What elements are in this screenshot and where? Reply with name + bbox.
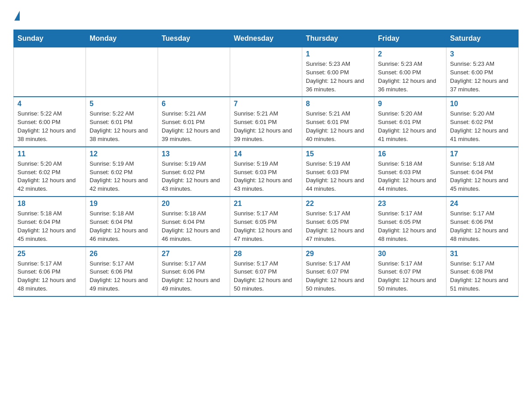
- day-number: 2: [378, 50, 442, 58]
- day-number: 20: [162, 200, 226, 208]
- day-info: Sunrise: 5:18 AM Sunset: 6:03 PM Dayligh…: [378, 160, 442, 193]
- header-monday: Monday: [86, 30, 158, 47]
- calendar-cell: 22Sunrise: 5:17 AM Sunset: 6:05 PM Dayli…: [302, 197, 374, 246]
- day-info: Sunrise: 5:19 AM Sunset: 6:02 PM Dayligh…: [90, 160, 154, 193]
- day-info: Sunrise: 5:23 AM Sunset: 6:00 PM Dayligh…: [450, 60, 515, 94]
- day-number: 14: [234, 150, 298, 158]
- calendar-week-row: 11Sunrise: 5:20 AM Sunset: 6:02 PM Dayli…: [14, 147, 519, 197]
- calendar-week-row: 4Sunrise: 5:22 AM Sunset: 6:00 PM Daylig…: [14, 97, 519, 146]
- calendar-cell: 7Sunrise: 5:21 AM Sunset: 6:01 PM Daylig…: [230, 97, 302, 146]
- day-number: 19: [90, 200, 154, 208]
- calendar-cell: 6Sunrise: 5:21 AM Sunset: 6:01 PM Daylig…: [158, 97, 230, 146]
- day-info: Sunrise: 5:20 AM Sunset: 6:01 PM Dayligh…: [378, 110, 442, 143]
- calendar-cell: 2Sunrise: 5:23 AM Sunset: 6:00 PM Daylig…: [374, 47, 446, 97]
- calendar-cell: 4Sunrise: 5:22 AM Sunset: 6:00 PM Daylig…: [14, 97, 86, 146]
- calendar-cell: 17Sunrise: 5:18 AM Sunset: 6:04 PM Dayli…: [446, 147, 519, 197]
- page-header: [13, 9, 519, 21]
- header-saturday: Saturday: [446, 30, 519, 47]
- calendar-cell: 18Sunrise: 5:18 AM Sunset: 6:04 PM Dayli…: [14, 197, 86, 246]
- day-number: 11: [17, 150, 82, 158]
- calendar-cell: 11Sunrise: 5:20 AM Sunset: 6:02 PM Dayli…: [14, 147, 86, 197]
- day-info: Sunrise: 5:17 AM Sunset: 6:05 PM Dayligh…: [306, 210, 370, 243]
- day-number: 10: [450, 100, 515, 108]
- day-info: Sunrise: 5:19 AM Sunset: 6:02 PM Dayligh…: [162, 160, 226, 193]
- day-number: 16: [378, 150, 442, 158]
- day-number: 31: [450, 250, 515, 258]
- calendar-cell: 31Sunrise: 5:17 AM Sunset: 6:08 PM Dayli…: [446, 247, 519, 296]
- day-info: Sunrise: 5:23 AM Sunset: 6:00 PM Dayligh…: [306, 60, 370, 94]
- day-number: 6: [162, 100, 226, 108]
- day-number: 22: [306, 200, 370, 208]
- calendar-cell: 19Sunrise: 5:18 AM Sunset: 6:04 PM Dayli…: [86, 197, 158, 246]
- day-info: Sunrise: 5:17 AM Sunset: 6:07 PM Dayligh…: [378, 260, 442, 293]
- day-info: Sunrise: 5:18 AM Sunset: 6:04 PM Dayligh…: [17, 210, 82, 243]
- day-number: 25: [17, 250, 82, 258]
- logo: [13, 9, 20, 21]
- day-number: 17: [450, 150, 515, 158]
- day-info: Sunrise: 5:21 AM Sunset: 6:01 PM Dayligh…: [234, 110, 298, 143]
- calendar-cell: 26Sunrise: 5:17 AM Sunset: 6:06 PM Dayli…: [86, 247, 158, 296]
- calendar-cell: 25Sunrise: 5:17 AM Sunset: 6:06 PM Dayli…: [14, 247, 86, 296]
- day-info: Sunrise: 5:17 AM Sunset: 6:05 PM Dayligh…: [378, 210, 442, 243]
- header-sunday: Sunday: [14, 30, 86, 47]
- calendar-cell: 24Sunrise: 5:17 AM Sunset: 6:06 PM Dayli…: [446, 197, 519, 246]
- day-number: 13: [162, 150, 226, 158]
- day-number: 9: [378, 100, 442, 108]
- day-number: 18: [17, 200, 82, 208]
- calendar-table: SundayMondayTuesdayWednesdayThursdayFrid…: [13, 30, 519, 297]
- calendar-cell: 23Sunrise: 5:17 AM Sunset: 6:05 PM Dayli…: [374, 197, 446, 246]
- day-number: 21: [234, 200, 298, 208]
- calendar-cell: 3Sunrise: 5:23 AM Sunset: 6:00 PM Daylig…: [446, 47, 519, 97]
- day-number: 24: [450, 200, 515, 208]
- header-wednesday: Wednesday: [230, 30, 302, 47]
- calendar-cell: 14Sunrise: 5:19 AM Sunset: 6:03 PM Dayli…: [230, 147, 302, 197]
- day-info: Sunrise: 5:18 AM Sunset: 6:04 PM Dayligh…: [162, 210, 226, 243]
- header-tuesday: Tuesday: [158, 30, 230, 47]
- calendar-cell: 5Sunrise: 5:22 AM Sunset: 6:01 PM Daylig…: [86, 97, 158, 146]
- day-number: 28: [234, 250, 298, 258]
- calendar-cell: 28Sunrise: 5:17 AM Sunset: 6:07 PM Dayli…: [230, 247, 302, 296]
- calendar-cell: 30Sunrise: 5:17 AM Sunset: 6:07 PM Dayli…: [374, 247, 446, 296]
- calendar-cell: 21Sunrise: 5:17 AM Sunset: 6:05 PM Dayli…: [230, 197, 302, 246]
- day-number: 27: [162, 250, 226, 258]
- calendar-cell: 20Sunrise: 5:18 AM Sunset: 6:04 PM Dayli…: [158, 197, 230, 246]
- day-info: Sunrise: 5:19 AM Sunset: 6:03 PM Dayligh…: [234, 160, 298, 193]
- day-info: Sunrise: 5:17 AM Sunset: 6:06 PM Dayligh…: [90, 260, 154, 293]
- day-info: Sunrise: 5:17 AM Sunset: 6:06 PM Dayligh…: [162, 260, 226, 293]
- day-info: Sunrise: 5:17 AM Sunset: 6:05 PM Dayligh…: [234, 210, 298, 243]
- calendar-cell: [86, 47, 158, 97]
- header-thursday: Thursday: [302, 30, 374, 47]
- day-number: 8: [306, 100, 370, 108]
- day-number: 29: [306, 250, 370, 258]
- calendar-cell: 27Sunrise: 5:17 AM Sunset: 6:06 PM Dayli…: [158, 247, 230, 296]
- calendar-cell: 10Sunrise: 5:20 AM Sunset: 6:02 PM Dayli…: [446, 97, 519, 146]
- calendar-cell: 1Sunrise: 5:23 AM Sunset: 6:00 PM Daylig…: [302, 47, 374, 97]
- day-info: Sunrise: 5:17 AM Sunset: 6:07 PM Dayligh…: [234, 260, 298, 293]
- day-number: 5: [90, 100, 154, 108]
- calendar-cell: 9Sunrise: 5:20 AM Sunset: 6:01 PM Daylig…: [374, 97, 446, 146]
- calendar-cell: 15Sunrise: 5:19 AM Sunset: 6:03 PM Dayli…: [302, 147, 374, 197]
- calendar-cell: [158, 47, 230, 97]
- day-info: Sunrise: 5:20 AM Sunset: 6:02 PM Dayligh…: [450, 110, 515, 143]
- day-number: 23: [378, 200, 442, 208]
- day-info: Sunrise: 5:23 AM Sunset: 6:00 PM Dayligh…: [378, 60, 442, 94]
- day-info: Sunrise: 5:17 AM Sunset: 6:06 PM Dayligh…: [17, 260, 82, 293]
- day-info: Sunrise: 5:18 AM Sunset: 6:04 PM Dayligh…: [450, 160, 515, 193]
- day-info: Sunrise: 5:17 AM Sunset: 6:07 PM Dayligh…: [306, 260, 370, 293]
- day-info: Sunrise: 5:22 AM Sunset: 6:00 PM Dayligh…: [17, 110, 82, 143]
- calendar-cell: 12Sunrise: 5:19 AM Sunset: 6:02 PM Dayli…: [86, 147, 158, 197]
- day-number: 12: [90, 150, 154, 158]
- calendar-header-row: SundayMondayTuesdayWednesdayThursdayFrid…: [14, 30, 519, 47]
- day-number: 7: [234, 100, 298, 108]
- day-info: Sunrise: 5:18 AM Sunset: 6:04 PM Dayligh…: [90, 210, 154, 243]
- calendar-week-row: 25Sunrise: 5:17 AM Sunset: 6:06 PM Dayli…: [14, 247, 519, 296]
- day-info: Sunrise: 5:21 AM Sunset: 6:01 PM Dayligh…: [162, 110, 226, 143]
- calendar-cell: 16Sunrise: 5:18 AM Sunset: 6:03 PM Dayli…: [374, 147, 446, 197]
- day-number: 26: [90, 250, 154, 258]
- day-info: Sunrise: 5:17 AM Sunset: 6:08 PM Dayligh…: [450, 260, 515, 293]
- calendar-cell: [230, 47, 302, 97]
- calendar-cell: 8Sunrise: 5:21 AM Sunset: 6:01 PM Daylig…: [302, 97, 374, 146]
- day-info: Sunrise: 5:17 AM Sunset: 6:06 PM Dayligh…: [450, 210, 515, 243]
- logo-triangle-icon: [14, 11, 20, 21]
- day-number: 4: [17, 100, 82, 108]
